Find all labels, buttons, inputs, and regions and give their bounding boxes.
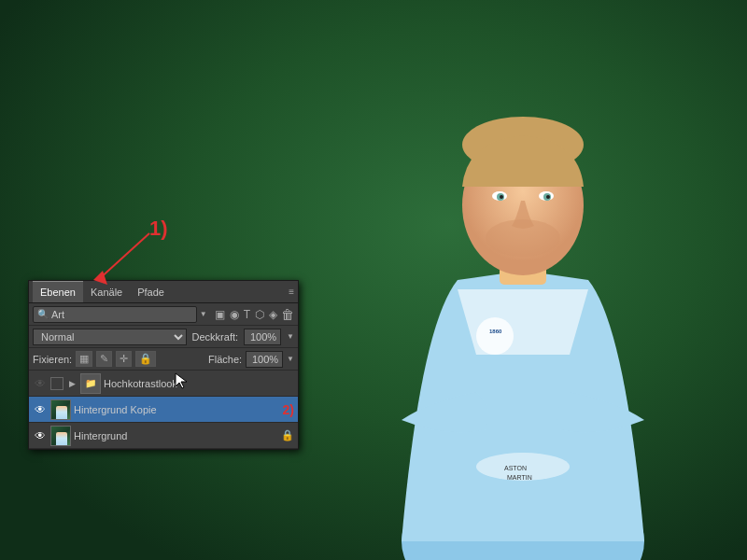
filter-row: 🔍 Art ▼ ▣ ◉ T ⬡ ◈ 🗑	[29, 303, 298, 326]
eye-icon-hintergrund: 👁	[35, 429, 46, 442]
search-icon: 🔍	[37, 309, 49, 319]
opacity-input[interactable]	[244, 329, 281, 345]
filter-text: Art	[51, 309, 64, 320]
filter-dropdown-arrow[interactable]: ▼	[200, 310, 207, 318]
annotation-2-label: 2)	[283, 402, 294, 417]
thumb-figure-2	[56, 432, 67, 446]
expand-icon: ▶	[69, 379, 76, 388]
filter-toggle-button[interactable]: 🗑	[281, 307, 294, 322]
svg-text:1860: 1860	[489, 329, 502, 334]
filter-smart-icon[interactable]: ◈	[268, 307, 278, 322]
fill-label: Fläche:	[208, 354, 242, 365]
layer-expand-hochkotrastlook[interactable]: ▶	[66, 378, 78, 389]
panel-menu-button[interactable]: ≡	[289, 287, 294, 297]
filter-icons: ▣ ◉ T ⬡ ◈	[214, 307, 278, 322]
lock-transparent-icon[interactable]: ▦	[76, 351, 92, 367]
lock-icons: ▦ ✎ ✛ 🔒	[76, 351, 156, 367]
search-box[interactable]: 🔍 Art	[33, 306, 197, 323]
group-thumb: 📁	[81, 374, 100, 393]
svg-point-9	[500, 195, 503, 199]
eye-icon-hochkotrastlook: 👁	[35, 377, 46, 390]
layer-thumbnail-hintergrund	[51, 427, 71, 446]
layer-name-hintergrund: Hintergrund	[74, 430, 278, 441]
annotation-1-arrow	[75, 224, 168, 289]
layer-row-hintergrund-kopie[interactable]: 👁 Hintergrund Kopie 2)	[29, 397, 298, 423]
layer-thumb-hochkotrastlook: 📁	[80, 373, 101, 394]
lock-paint-icon[interactable]: ✎	[96, 351, 112, 367]
fill-dropdown-arrow[interactable]: ▼	[287, 355, 294, 363]
layers-panel: Ebenen Kanäle Pfade ≡ 🔍 Art ▼ ▣ ◉ T ⬡ ◈ …	[28, 280, 299, 450]
svg-point-10	[546, 195, 550, 199]
layer-visibility-hintergrund[interactable]: 👁	[33, 428, 48, 443]
lock-move-icon[interactable]: ✛	[116, 351, 132, 367]
lock-all-icon[interactable]: 🔒	[135, 351, 156, 367]
filter-type-icon[interactable]: T	[243, 307, 251, 322]
opacity-dropdown-arrow[interactable]: ▼	[287, 332, 294, 341]
layer-lock-hintergrund: 🔒	[281, 429, 294, 441]
blend-opacity-row: Normal Deckkraft: ▼	[29, 326, 298, 348]
lock-fill-row: Fixieren: ▦ ✎ ✛ 🔒 Fläche: ▼	[29, 348, 298, 371]
layer-name-hochkotrastlook: Hochkotrastlook	[104, 378, 294, 389]
thumb-figure	[56, 406, 67, 420]
svg-line-17	[98, 233, 149, 280]
svg-text:ASTON: ASTON	[504, 465, 527, 471]
layer-thumbnail-hintergrund-kopie	[51, 400, 71, 420]
layer-name-hintergrund-kopie: Hintergrund Kopie	[74, 404, 276, 415]
layer-row-hintergrund[interactable]: 👁 Hintergrund 🔒	[29, 423, 298, 449]
filter-shape-icon[interactable]: ⬡	[254, 307, 265, 322]
svg-point-11	[486, 219, 560, 257]
layer-thumb-hintergrund	[50, 426, 71, 446]
eye-icon-hintergrund-kopie: 👁	[35, 403, 46, 416]
blend-mode-select[interactable]: Normal	[33, 329, 187, 345]
layer-checkbox-hochkotrastlook[interactable]	[50, 377, 63, 390]
filter-adjustment-icon[interactable]: ◉	[229, 307, 240, 322]
opacity-label: Deckkraft:	[192, 331, 239, 343]
layer-visibility-hintergrund-kopie[interactable]: 👁	[33, 402, 48, 417]
layer-row-hochkotrastlook[interactable]: 👁 ▶ 📁 Hochkotrastlook	[29, 371, 298, 397]
svg-point-12	[476, 317, 514, 355]
fill-input[interactable]	[246, 351, 283, 368]
svg-text:MARTIN: MARTIN	[507, 474, 532, 481]
layer-visibility-hochkotrastlook[interactable]: 👁	[33, 376, 48, 391]
layer-thumb-hintergrund-kopie	[50, 399, 71, 420]
filter-pixel-icon[interactable]: ▣	[214, 307, 226, 322]
lock-label: Fixieren:	[33, 354, 72, 365]
